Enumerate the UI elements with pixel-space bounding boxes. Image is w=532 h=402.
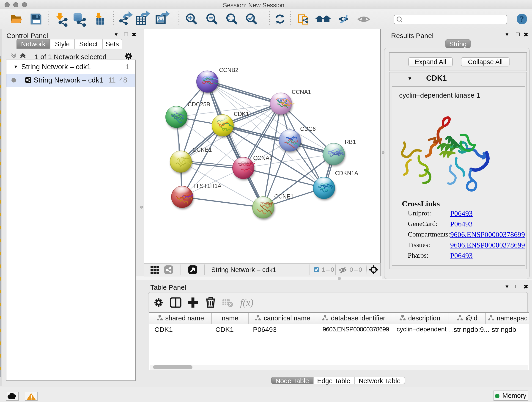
svg-text:CCNB2: CCNB2 (219, 67, 239, 73)
svg-text:?: ? (520, 14, 524, 24)
svg-text:CDC6: CDC6 (300, 126, 316, 132)
svg-text:CDKN1A: CDKN1A (335, 170, 358, 176)
svg-text:String Network – cdk1: String Network – cdk1 (211, 266, 276, 274)
svg-text:CCNE1: CCNE1 (274, 193, 294, 200)
svg-text:CDK1: CDK1 (234, 111, 249, 117)
svg-text:1 – 0: 1 – 0 (322, 266, 334, 273)
svg-text:CDC25B: CDC25B (188, 101, 210, 108)
svg-text:RB1: RB1 (345, 139, 356, 145)
svg-text:0 – 0: 0 – 0 (350, 266, 362, 273)
svg-text:f(x): f(x) (240, 297, 253, 308)
svg-text:CCNA1: CCNA1 (292, 89, 311, 95)
svg-text:CCNA2: CCNA2 (253, 155, 273, 161)
svg-text:HIST1H1A: HIST1H1A (194, 183, 222, 189)
svg-text:CCNB1: CCNB1 (192, 147, 212, 153)
